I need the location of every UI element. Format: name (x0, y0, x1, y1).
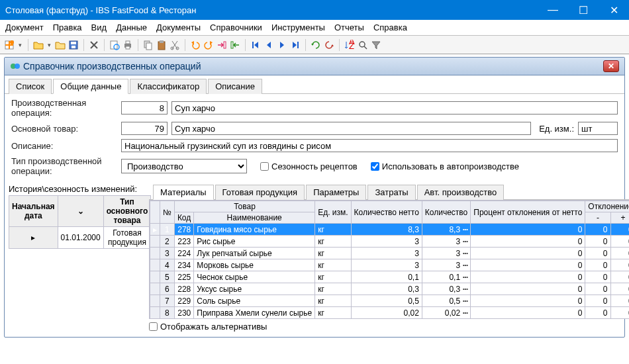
prev-icon[interactable] (264, 40, 274, 50)
close-button[interactable]: ✕ (599, 0, 629, 20)
panel-close-button[interactable]: ✕ (603, 60, 619, 72)
tab-list[interactable]: Список (9, 79, 52, 94)
svg-rect-13 (160, 40, 164, 43)
type-label: Тип производственной операции: (11, 156, 117, 176)
save-icon[interactable] (68, 40, 79, 50)
tab-params[interactable]: Параметры (306, 185, 366, 200)
paste-icon[interactable] (156, 40, 167, 50)
minimize-button[interactable]: — (538, 0, 568, 20)
uom-input[interactable] (578, 122, 618, 135)
sort-icon[interactable]: AZ (344, 40, 355, 50)
tab-auto[interactable]: Авт. производство (417, 185, 504, 200)
maximize-button[interactable]: ☐ (568, 0, 599, 20)
new-icon[interactable] (4, 40, 15, 50)
history-label: История\сезонность изменений: (9, 184, 145, 194)
tab-materials[interactable]: Материалы (153, 185, 214, 200)
svg-point-22 (15, 64, 20, 69)
title-bar: Столовая (фастфуд) - IBS FastFood & Рест… (0, 0, 629, 20)
menu-document[interactable]: Документ (5, 23, 44, 32)
menu-tools[interactable]: Инструменты (271, 23, 325, 32)
op-id-input[interactable] (121, 101, 168, 114)
tab-classifier[interactable]: Классификатор (130, 79, 207, 94)
history-h-date[interactable]: Начальная дата (9, 196, 58, 227)
folder-icon[interactable] (55, 40, 66, 50)
col-name[interactable]: Наименование (194, 212, 315, 224)
toolbar: ▾ ▾ AZ (0, 36, 629, 54)
tab-general[interactable]: Общие данные (53, 79, 128, 94)
col-dev[interactable]: Отклонение (585, 201, 629, 212)
copy-icon[interactable] (143, 40, 154, 50)
col-plus[interactable]: + (610, 212, 629, 224)
table-row[interactable]: ▸1278Говядина мясо сырьекг8,38,3 ···0008… (150, 224, 630, 236)
table-row[interactable]: 5225Чеснок сырьекг0,10,1 ···0000,10,1 (150, 271, 630, 283)
new-dropdown[interactable]: ▾ (17, 42, 23, 48)
chk-auto[interactable]: Использовать в автопроизводстве (371, 161, 519, 171)
table-row[interactable]: 4234Морковь сырьекг33 ···00033 (150, 259, 630, 271)
first-icon[interactable] (250, 40, 261, 50)
tab-costs[interactable]: Затраты (367, 185, 415, 200)
col-qnet[interactable]: Количество нетто (351, 201, 422, 224)
svg-rect-8 (126, 41, 130, 44)
menu-reports[interactable]: Отчеты (334, 23, 364, 32)
redo-icon[interactable] (203, 40, 214, 50)
panel-icon (10, 61, 21, 71)
tab-finished[interactable]: Готовая продукция (215, 185, 305, 200)
undo-icon[interactable] (190, 40, 201, 50)
menu-edit[interactable]: Правка (53, 23, 82, 32)
nav-out-icon[interactable] (217, 40, 227, 50)
menu-help[interactable]: Справка (373, 23, 407, 32)
find-icon[interactable] (358, 40, 368, 50)
preview-icon[interactable] (109, 40, 120, 50)
menu-dictionaries[interactable]: Справочники (210, 23, 262, 32)
svg-point-14 (171, 47, 173, 50)
open-dropdown[interactable]: ▾ (46, 42, 52, 48)
svg-rect-3 (71, 42, 76, 44)
col-qty[interactable]: Количество (422, 201, 470, 224)
table-row[interactable]: 2223Рис сырьекг33 ···00033 (150, 236, 630, 248)
menu-bar: Документ Правка Вид Данные Документы Спр… (0, 20, 629, 36)
desc-label: Описание: (11, 141, 117, 151)
history-pane: История\сезонность изменений: Начальная … (9, 184, 145, 334)
good-id-input[interactable] (121, 122, 168, 135)
chk-season[interactable]: Сезонность рецептов (260, 161, 358, 171)
svg-point-1 (10, 40, 14, 44)
tab-description[interactable]: Описание (208, 79, 262, 94)
table-row[interactable]: 8230Приправа Хмели сунели сырьекг0,020,0… (150, 307, 630, 319)
op-name-input[interactable] (171, 101, 618, 114)
col-pct[interactable]: Процент отклонения от нетто (471, 201, 585, 224)
window-title: Столовая (фастфуд) - IBS FastFood & Рест… (5, 5, 538, 15)
col-good[interactable]: Товар (174, 201, 314, 212)
col-code[interactable]: Код (174, 212, 193, 224)
svg-rect-9 (126, 46, 130, 49)
last-icon[interactable] (290, 40, 301, 50)
history-row-type[interactable]: Готовая продукция (103, 227, 151, 249)
chk-alt[interactable]: Отображать альтернативы (149, 322, 267, 332)
menu-data[interactable]: Данные (116, 23, 147, 32)
open-icon[interactable] (33, 40, 44, 50)
history-h-type[interactable]: Тип основного товара (103, 196, 151, 227)
desc-input[interactable] (121, 139, 618, 152)
type-select[interactable]: Производство (121, 159, 247, 173)
menu-view[interactable]: Вид (91, 23, 107, 32)
tabs-bottom: Материалы Готовая продукция Параметры За… (149, 184, 629, 200)
cut-icon[interactable] (169, 40, 180, 50)
svg-point-15 (176, 47, 179, 50)
menu-documents[interactable]: Документы (156, 23, 201, 32)
table-row[interactable]: 6228Уксус сырьекг0,30,3 ···0000,30,3 (150, 283, 630, 295)
next-icon[interactable] (277, 40, 287, 50)
filter-icon[interactable] (371, 40, 381, 50)
col-minus[interactable]: - (585, 212, 610, 224)
refresh2-icon[interactable] (324, 40, 334, 50)
table-row[interactable]: 3224Лук репчатый сырьекг33 ···00033 (150, 248, 630, 259)
history-sort-icon[interactable]: ⌄ (58, 196, 103, 227)
print-icon[interactable] (122, 40, 133, 50)
svg-rect-4 (72, 46, 75, 48)
nav-in-icon[interactable] (230, 40, 240, 50)
table-row[interactable]: 7229Соль сырьекг0,50,5 ···0000,50,5 (150, 295, 630, 307)
good-name-input[interactable] (171, 122, 531, 135)
delete-icon[interactable] (89, 40, 99, 50)
history-row-marker[interactable]: ▸ (9, 227, 58, 249)
history-row-date[interactable]: 01.01.2000 (58, 227, 103, 249)
col-uom[interactable]: Ед. изм. (315, 201, 351, 224)
refresh-icon[interactable] (311, 40, 321, 50)
